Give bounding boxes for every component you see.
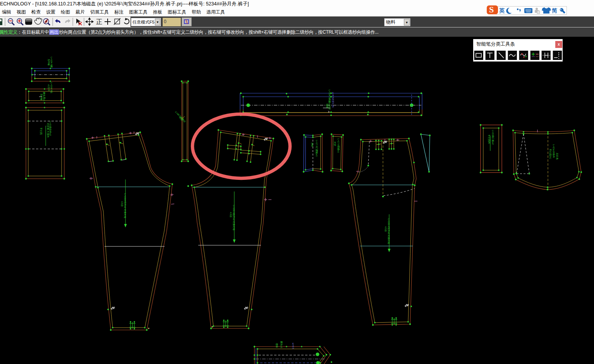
- svg-text:4.5分: 4.5分: [385, 226, 387, 232]
- svg-text:L=100.4后片x2 对条对格: L=100.4后片x2 对条对格: [387, 219, 390, 244]
- svg-text:净样: 净样: [311, 142, 313, 147]
- svg-text:L=104.5腰: L=104.5腰: [50, 57, 53, 68]
- svg-text:缝辑: 缝辑: [326, 104, 328, 108]
- svg-text:4.5分: 4.5分: [230, 212, 232, 217]
- svg-text:后中破: 后中破: [47, 59, 50, 66]
- svg-text:w=8.5对折4.25: w=8.5对折4.25: [331, 92, 334, 108]
- svg-text:L=23x18袋布: L=23x18袋布: [553, 144, 555, 158]
- svg-text:L=17.8里襟x1: L=17.8里襟x1: [337, 138, 340, 153]
- svg-text:w=8.5: w=8.5: [292, 342, 294, 349]
- svg-text:正: 正: [96, 19, 102, 25]
- svg-text:对折: 对折: [333, 142, 336, 146]
- svg-text:L=23袋口贴x2: L=23袋口贴x2: [491, 130, 494, 145]
- svg-text:L=17.8门襟贴x1: L=17.8门襟贴x1: [315, 140, 318, 157]
- svg-text:L=1004后片x2 对条对格: L=1004后片x2 对条对格: [124, 193, 126, 218]
- svg-text:英: 英: [499, 7, 505, 14]
- svg-text:平行面TC: 平行面TC: [549, 149, 552, 159]
- svg-text:左右各: 左右各: [556, 153, 559, 160]
- svg-text:平行面: 平行面: [39, 128, 43, 135]
- svg-text:4.5分: 4.5分: [121, 201, 123, 207]
- svg-text:对折裁 大身布: 对折裁 大身布: [46, 123, 50, 138]
- svg-text:后中破: 后中破: [40, 94, 43, 101]
- svg-text:腰头x1: 腰头x1: [280, 341, 283, 349]
- svg-text:L=100.4前片x2 对条对格: L=100.4前片x2 对条对格: [232, 205, 235, 231]
- svg-text:L=104.5贴: L=104.5贴: [50, 82, 53, 93]
- svg-text:简: 简: [551, 7, 557, 14]
- svg-text:缝辑: 缝辑: [276, 343, 278, 348]
- svg-text:腰头里x1: 腰头里x1: [43, 92, 45, 102]
- svg-text:x1后中: x1后中: [47, 84, 50, 91]
